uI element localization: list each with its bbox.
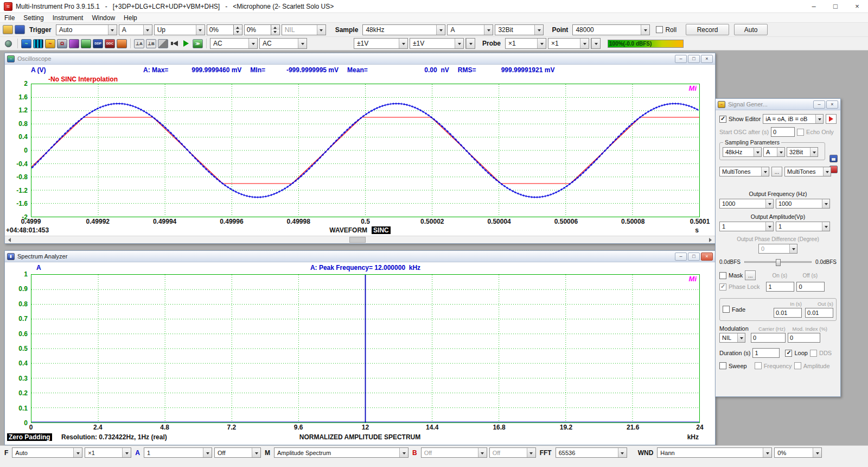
signal-generator-icon[interactable]: ~ [45,39,55,48]
fade-in-input[interactable]: 0.01 [774,308,802,318]
probe-a-select[interactable]: ×1 [505,38,546,49]
range-extra-select[interactable] [465,38,475,49]
close-button[interactable]: × [846,0,868,12]
probe-b-select[interactable]: ×1 [548,38,589,49]
window-function-select[interactable]: Hann [657,447,772,458]
output-level-slider[interactable] [744,261,812,263]
b-scale-select[interactable]: Off [421,447,487,458]
mask-checkbox[interactable]: Mask [719,272,743,279]
sample-bits-select[interactable]: 32Bit [495,24,544,35]
fft-size-select[interactable]: 65536 [556,447,627,458]
sweep-amplitude-checkbox[interactable]: Amplitude [794,362,830,369]
record-button[interactable]: Record [686,24,729,35]
phase-lock-on-input[interactable]: 1 [766,282,794,292]
fade-out-input[interactable]: 0.01 [805,308,833,318]
trigger-delay-spinner[interactable]: 0% [244,24,280,35]
sweep-checkbox[interactable]: Sweep [719,362,747,369]
scroll-left-icon[interactable] [5,236,14,243]
spin-up-icon[interactable] [271,25,279,30]
sinc-badge[interactable]: SINC [372,226,391,234]
menu-setting[interactable]: Setting [19,13,48,22]
overlap-select[interactable]: 0% [774,447,822,458]
fade-checkbox[interactable]: Fade [723,306,745,313]
trigger-edge-select[interactable]: Up [154,24,205,35]
dds-checkbox[interactable]: DDS [810,350,832,357]
lock-a-icon[interactable]: ⊥A [134,39,144,48]
menu-instrument[interactable]: Instrument [48,13,88,22]
sample-channel-select[interactable]: A [447,24,493,35]
multimeter-icon[interactable]: Ω [57,39,67,48]
oscilloscope-titlebar[interactable]: ~ Oscilloscope – □ × [5,53,715,65]
trigger-mode-select[interactable]: Auto [56,24,117,35]
view-mode-select[interactable]: Amplitude Spectrum [274,447,409,458]
menu-file[interactable]: File [0,13,19,22]
spin-up-icon[interactable] [234,25,242,30]
speaker-icon[interactable] [173,41,178,46]
duration-input[interactable]: 1 [752,348,780,358]
lock-b-icon[interactable]: ⊥B [146,39,156,48]
amplitude-a-select[interactable]: 1 [719,222,774,231]
maximize-button[interactable]: □ [688,253,700,261]
minimize-button[interactable]: – [675,253,687,261]
spectrum-plot[interactable]: Mi [31,274,700,423]
mod-index-input[interactable]: 0 [788,333,820,343]
trigger-hpf-select[interactable]: NIL [282,24,326,35]
generator-play-button[interactable] [826,114,837,124]
trigger-level-spinner[interactable]: 0% [207,24,242,35]
loopback-icon[interactable]: ≫ [193,39,203,48]
device-test-plan-icon[interactable] [117,39,127,48]
scroll-right-icon[interactable] [706,236,715,243]
auto-scale-button[interactable]: Auto [734,24,768,35]
spin-down-icon[interactable] [271,30,279,35]
minimize-button[interactable]: – [803,0,825,12]
loop-checkbox[interactable]: Loop [785,350,807,357]
echo-only-checkbox[interactable]: Echo Only [797,129,834,136]
amplitude-b-select[interactable]: 1 [776,222,830,231]
b-processing-select[interactable]: Off [489,447,536,458]
sweep-frequency-checkbox[interactable]: Frequency [755,362,792,369]
oscilloscope-icon[interactable]: ~ [21,39,31,48]
phase-difference-select[interactable]: 0 [758,244,797,254]
waveform-a-select[interactable]: MultiTones [719,167,769,176]
open-file-icon[interactable] [3,25,13,34]
mask-config-button[interactable]: ... [745,270,756,280]
multitones-config-button[interactable]: ... [771,167,782,176]
show-editor-checkbox[interactable]: Show Editor [719,116,761,123]
spin-down-icon[interactable] [234,30,242,35]
close-button[interactable]: × [701,253,713,261]
sample-rate-select[interactable]: 48kHz [362,24,445,35]
minimize-button[interactable]: – [813,100,825,109]
close-button[interactable]: × [826,100,838,109]
gen-sample-rate-select[interactable]: 48kHz [723,147,762,157]
modulation-type-select[interactable]: NIL [719,333,745,343]
coupling-b-select[interactable]: AC [259,38,307,49]
waveform-b-select[interactable]: MultiTones [784,167,831,176]
scrollbar-thumb[interactable] [349,237,366,243]
start-osc-input[interactable]: 0 [771,127,795,137]
calibration-wrench-icon[interactable] [158,39,168,48]
save-icon[interactable] [15,25,25,34]
frequency-axis-select[interactable]: Auto [12,447,82,458]
spectrum-titlebar[interactable]: ▮ Spectrum Analyzer – □ × [5,251,715,262]
frequency-a-select[interactable]: 1000 [719,199,774,209]
maximize-button[interactable]: □ [688,55,700,63]
oscilloscope-plot[interactable]: Mi [31,84,700,217]
play-button[interactable] [183,40,189,47]
close-button[interactable]: × [701,55,713,63]
probe-extra-select[interactable] [591,38,601,49]
minimize-button[interactable]: – [675,55,687,63]
trigger-source-select[interactable]: A [119,24,152,35]
oscilloscope-hscrollbar[interactable] [5,236,715,243]
range-a-select[interactable]: ±1V [354,38,408,49]
gen-channel-select[interactable]: A [763,147,785,157]
phase-lock-checkbox[interactable]: Phase Lock [719,283,760,291]
ddp-viewer-icon[interactable]: DDP [93,39,103,48]
routing-select[interactable]: iA = oA, iB = oB [763,114,824,124]
slider-thumb[interactable] [776,259,781,266]
roll-checkbox[interactable]: Roll [656,26,676,34]
range-b-select[interactable]: ±1V [410,38,464,49]
save-signal-icon[interactable] [829,155,838,162]
menu-window[interactable]: Window [87,13,119,22]
spectrum-analyzer-icon[interactable] [33,39,43,48]
frequency-multiplier-select[interactable]: ×1 [85,447,131,458]
